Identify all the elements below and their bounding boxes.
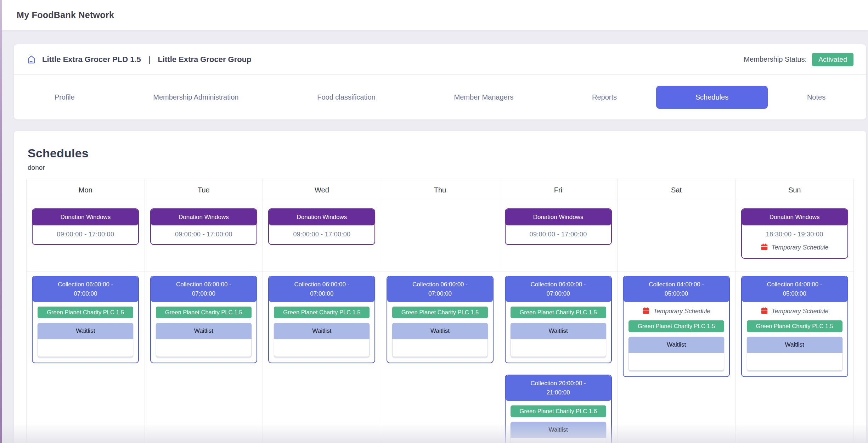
collection-title: Collection 06:00:00 - 07:00:00: [151, 276, 257, 302]
collection-card[interactable]: Collection 06:00:00 - 07:00:00 Green Pla…: [387, 276, 494, 363]
temporary-schedule-note: Temporary Schedule: [742, 307, 847, 316]
collections-row: Collection 06:00:00 - 07:00:00 Green Pla…: [27, 271, 854, 443]
donation-window-card[interactable]: Donation Windows 18:30:00 - 19:30:00: [741, 208, 848, 259]
calendar-icon: [761, 307, 768, 316]
waitlist-empty-area: [511, 438, 606, 443]
waitlist-header[interactable]: Waitlist: [511, 422, 606, 438]
waitlist-header[interactable]: Waitlist: [747, 337, 842, 353]
donation-cell-mon: Donation Windows 09:00:00 - 17:00:00: [27, 201, 145, 271]
collection-cell-fri: Collection 06:00:00 - 07:00:00 Green Pla…: [499, 271, 618, 443]
temporary-schedule-note: Temporary Schedule: [624, 307, 729, 316]
collection-cell-sat: Collection 04:00:00 - 05:00:00 Temporary…: [617, 271, 735, 443]
donation-cell-thu: [381, 201, 499, 271]
waitlist-header[interactable]: Waitlist: [274, 323, 370, 339]
donation-window-title: Donation Windows: [33, 209, 138, 225]
charity-chip[interactable]: Green Planet Charity PLC 1.5: [274, 307, 370, 318]
member-tabs: Profile Membership Administration Food c…: [14, 75, 866, 119]
collection-card[interactable]: Collection 04:00:00 - 05:00:00 Temporary…: [741, 276, 848, 377]
waitlist-empty-area: [274, 339, 370, 357]
day-header-fri: Fri: [499, 179, 618, 201]
tab-member-managers[interactable]: Member Managers: [415, 86, 553, 109]
donation-window-title: Donation Windows: [742, 209, 847, 225]
donation-window-card[interactable]: Donation Windows 09:00:00 - 17:00:00: [32, 208, 139, 245]
charity-chip[interactable]: Green Planet Charity PLC 1.5: [747, 320, 842, 332]
temporary-schedule-label: Temporary Schedule: [772, 308, 829, 315]
donation-window-card[interactable]: Donation Windows 09:00:00 - 17:00:00: [505, 208, 612, 245]
waitlist-header[interactable]: Waitlist: [156, 323, 252, 339]
donation-window-title: Donation Windows: [269, 209, 374, 225]
temporary-schedule-label: Temporary Schedule: [653, 308, 710, 315]
day-header-thu: Thu: [381, 179, 499, 201]
day-header-sat: Sat: [617, 179, 735, 201]
calendar-icon: [642, 307, 650, 316]
tab-reports[interactable]: Reports: [553, 86, 656, 109]
charity-chip[interactable]: Green Planet Charity PLC 1.6: [511, 405, 606, 417]
member-header-card: Little Extra Grocer PLD 1.5 | Little Ext…: [14, 44, 866, 119]
waitlist-section: Waitlist: [274, 323, 370, 357]
donation-cell-wed: Donation Windows 09:00:00 - 17:00:00: [263, 201, 381, 271]
calendar-icon: [761, 243, 768, 252]
waitlist-header[interactable]: Waitlist: [392, 323, 488, 339]
collection-card[interactable]: Collection 06:00:00 - 07:00:00 Green Pla…: [32, 276, 139, 363]
tab-membership-administration[interactable]: Membership Administration: [114, 86, 278, 109]
donation-window-title: Donation Windows: [151, 209, 257, 225]
day-header-mon: Mon: [27, 179, 145, 201]
waitlist-empty-area: [747, 353, 842, 371]
collection-cell-tue: Collection 06:00:00 - 07:00:00 Green Pla…: [145, 271, 263, 443]
waitlist-section: Waitlist: [629, 337, 724, 371]
member-header-row: Little Extra Grocer PLD 1.5 | Little Ext…: [14, 44, 866, 74]
collection-title: Collection 20:00:00 - 21:00:00: [506, 375, 611, 401]
collection-cell-mon: Collection 06:00:00 - 07:00:00 Green Pla…: [27, 271, 145, 443]
membership-status-badge: Activated: [812, 53, 853, 66]
donation-cell-fri: Donation Windows 09:00:00 - 17:00:00: [499, 201, 618, 271]
temporary-schedule-note: Temporary Schedule: [745, 243, 844, 252]
collection-title: Collection 06:00:00 - 07:00:00: [269, 276, 374, 302]
page-subtitle: donor: [28, 164, 854, 172]
collection-title: Collection 04:00:00 - 05:00:00: [742, 276, 847, 302]
waitlist-header[interactable]: Waitlist: [38, 323, 133, 339]
day-header-wed: Wed: [263, 179, 381, 201]
donation-window-time: 09:00:00 - 17:00:00: [154, 231, 253, 238]
temporary-schedule-label: Temporary Schedule: [772, 244, 829, 251]
page-title: Schedules: [28, 146, 854, 160]
tab-schedules[interactable]: Schedules: [656, 86, 768, 109]
collection-cell-sun: Collection 04:00:00 - 05:00:00 Temporary…: [735, 271, 854, 443]
collection-card[interactable]: Collection 06:00:00 - 07:00:00 Green Pla…: [268, 276, 375, 363]
tab-notes[interactable]: Notes: [768, 86, 865, 109]
waitlist-header[interactable]: Waitlist: [629, 337, 724, 353]
top-bar: My FoodBank Network: [0, 0, 868, 30]
collection-cell-wed: Collection 06:00:00 - 07:00:00 Green Pla…: [263, 271, 381, 443]
schedules-card: Schedules donor Mon Tue Wed Thu Fri Sat …: [14, 131, 866, 443]
waitlist-section: Waitlist: [511, 422, 606, 443]
charity-chip[interactable]: Green Planet Charity PLC 1.5: [156, 307, 252, 318]
waitlist-empty-area: [38, 339, 133, 357]
tab-food-classification[interactable]: Food classification: [278, 86, 415, 109]
waitlist-section: Waitlist: [38, 323, 133, 357]
waitlist-header[interactable]: Waitlist: [511, 323, 606, 339]
collection-card[interactable]: Collection 20:00:00 - 21:00:00 Green Pla…: [505, 375, 612, 443]
waitlist-section: Waitlist: [511, 323, 606, 357]
collection-title: Collection 06:00:00 - 07:00:00: [387, 276, 493, 302]
schedule-table: Mon Tue Wed Thu Fri Sat Sun Donation Win…: [26, 179, 854, 443]
waitlist-empty-area: [511, 339, 606, 357]
collection-card[interactable]: Collection 06:00:00 - 07:00:00 Green Pla…: [150, 276, 257, 363]
donation-window-time: 18:30:00 - 19:30:00: [745, 231, 844, 238]
member-name: Little Extra Grocer PLD 1.5: [42, 55, 141, 64]
collection-title: Collection 06:00:00 - 07:00:00: [506, 276, 611, 302]
charity-chip[interactable]: Green Planet Charity PLC 1.5: [38, 307, 133, 318]
collection-cell-thu: Collection 06:00:00 - 07:00:00 Green Pla…: [381, 271, 499, 443]
donation-window-card[interactable]: Donation Windows 09:00:00 - 17:00:00: [268, 208, 375, 245]
charity-chip[interactable]: Green Planet Charity PLC 1.5: [392, 307, 488, 318]
app-title: My FoodBank Network: [17, 10, 114, 20]
charity-chip[interactable]: Green Planet Charity PLC 1.5: [629, 320, 724, 332]
donation-window-time: 09:00:00 - 17:00:00: [272, 231, 371, 238]
collection-card[interactable]: Collection 06:00:00 - 07:00:00 Green Pla…: [505, 276, 612, 363]
charity-chip[interactable]: Green Planet Charity PLC 1.5: [511, 307, 606, 318]
home-icon: [27, 55, 36, 64]
collection-card[interactable]: Collection 04:00:00 - 05:00:00 Temporary…: [623, 276, 730, 377]
donation-window-card[interactable]: Donation Windows 09:00:00 - 17:00:00: [150, 208, 257, 245]
window-edge-strip: [0, 0, 2, 443]
tab-profile[interactable]: Profile: [15, 86, 114, 109]
donation-cell-sun: Donation Windows 18:30:00 - 19:30:00: [735, 201, 854, 271]
waitlist-empty-area: [392, 339, 488, 357]
